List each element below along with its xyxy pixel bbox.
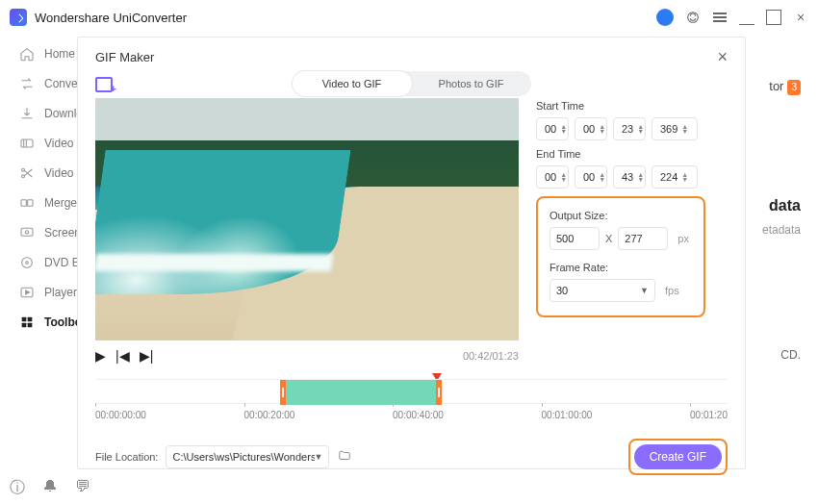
gif-maker-modal: GIF Maker × Video to GIF Photos to GIF ▶…: [77, 37, 746, 469]
prev-frame-button[interactable]: |◀: [115, 348, 130, 364]
fps-unit: fps: [665, 285, 679, 296]
scissors-icon: [19, 165, 35, 181]
tab-video-to-gif[interactable]: Video to GIF: [293, 71, 412, 96]
sidebar-item-label: Home: [44, 47, 75, 61]
background-panel: tor3 data etadata CD.: [762, 77, 801, 365]
frame-rate-select[interactable]: 30▼: [550, 279, 655, 302]
chevron-down-icon: ▼: [315, 452, 323, 462]
svg-rect-12: [28, 316, 33, 321]
file-location-select[interactable]: C:\Users\ws\Pictures\Wonders▼: [166, 445, 329, 468]
play-icon: [19, 285, 35, 300]
create-gif-highlight: Create GIF: [628, 439, 728, 475]
start-hours-stepper[interactable]: 00▲▼: [536, 117, 569, 140]
tick-label: 00:01:00:00: [542, 410, 593, 420]
svg-rect-6: [21, 228, 33, 236]
range-start-handle[interactable]: [280, 380, 286, 405]
time-readout: 00:42/01:23: [463, 350, 519, 362]
start-time-label: Start Time: [536, 100, 728, 112]
mode-segmented-control: Video to GIF Photos to GIF: [293, 71, 531, 96]
file-location-label: File Location:: [95, 451, 158, 463]
create-gif-button[interactable]: Create GIF: [634, 444, 722, 469]
tick-label: 00:01:20: [690, 410, 728, 420]
converter-icon: [19, 76, 35, 91]
sidebar-item-label: Player: [44, 286, 77, 299]
end-minutes-stepper[interactable]: 00▲▼: [575, 165, 607, 189]
tick-label: 00:00:20:00: [244, 410, 295, 420]
output-height-input[interactable]: [618, 227, 668, 250]
support-icon[interactable]: [685, 10, 701, 25]
svg-point-8: [22, 257, 33, 267]
modal-close-button[interactable]: ×: [717, 47, 728, 67]
range-end-handle[interactable]: [436, 380, 442, 405]
end-time-label: End Time: [536, 148, 728, 160]
feedback-icon[interactable]: 💬︎: [75, 478, 90, 498]
recorder-icon: [19, 225, 35, 240]
tick-label: 00:00:00:00: [95, 410, 146, 420]
app-title: Wondershare UniConverter: [35, 11, 187, 25]
svg-point-7: [25, 230, 28, 233]
notifications-icon[interactable]: 🔔︎: [42, 478, 58, 498]
window-minimize-button[interactable]: [739, 10, 754, 25]
toolbox-icon: [19, 315, 35, 330]
user-avatar-icon[interactable]: [656, 9, 674, 26]
merger-icon: [19, 195, 35, 211]
window-close-button[interactable]: ×: [793, 10, 808, 25]
compressor-icon: [19, 136, 35, 151]
bottom-bar: ⓘ 🔔︎ 💬︎: [10, 478, 90, 498]
modal-title: GIF Maker: [95, 50, 154, 64]
svg-rect-14: [28, 322, 33, 327]
timeline-track[interactable]: [95, 379, 728, 404]
start-seconds-stepper[interactable]: 23▲▼: [613, 117, 646, 140]
svg-rect-13: [22, 322, 27, 327]
app-logo-icon: [10, 9, 27, 26]
frame-rate-label: Frame Rate:: [550, 262, 692, 273]
next-frame-button[interactable]: ▶|: [140, 348, 154, 364]
tick-label: 00:00:40:00: [393, 410, 444, 420]
menu-icon[interactable]: [712, 10, 728, 25]
svg-rect-1: [21, 139, 33, 147]
sidebar-item-label: Merger: [44, 196, 81, 210]
dimension-separator: X: [605, 233, 612, 244]
svg-point-3: [22, 174, 25, 177]
video-preview: [95, 98, 519, 340]
help-icon[interactable]: ⓘ: [10, 478, 25, 498]
svg-rect-5: [28, 199, 33, 206]
home-icon: [19, 46, 35, 62]
svg-rect-4: [21, 199, 26, 206]
chevron-down-icon: ▼: [640, 286, 649, 295]
svg-rect-11: [22, 316, 27, 321]
tab-photos-to-gif[interactable]: Photos to GIF: [412, 71, 531, 96]
start-minutes-stepper[interactable]: 00▲▼: [575, 117, 607, 140]
start-ms-stepper[interactable]: 369▲▼: [652, 117, 698, 140]
window-maximize-button[interactable]: [766, 10, 781, 25]
svg-point-9: [26, 261, 29, 264]
title-bar: Wondershare UniConverter ×: [0, 0, 818, 35]
end-ms-stepper[interactable]: 224▲▼: [652, 165, 698, 189]
selection-range[interactable]: [284, 380, 438, 405]
svg-point-2: [22, 168, 25, 171]
end-seconds-stepper[interactable]: 43▲▼: [613, 165, 646, 189]
play-button[interactable]: ▶: [95, 348, 106, 364]
timeline[interactable]: 00:00:00:00 00:00:20:00 00:00:40:00 00:0…: [95, 379, 728, 421]
end-hours-stepper[interactable]: 00▲▼: [536, 165, 569, 189]
output-width-input[interactable]: [550, 227, 600, 250]
download-icon: [19, 106, 35, 121]
disc-icon: [19, 255, 35, 270]
px-unit: px: [677, 233, 689, 244]
output-size-label: Output Size:: [550, 210, 692, 221]
add-video-icon[interactable]: [95, 75, 115, 92]
output-params-box: Output Size: X px Frame Rate: 30▼ fps: [536, 196, 705, 317]
open-folder-button[interactable]: [337, 449, 352, 466]
